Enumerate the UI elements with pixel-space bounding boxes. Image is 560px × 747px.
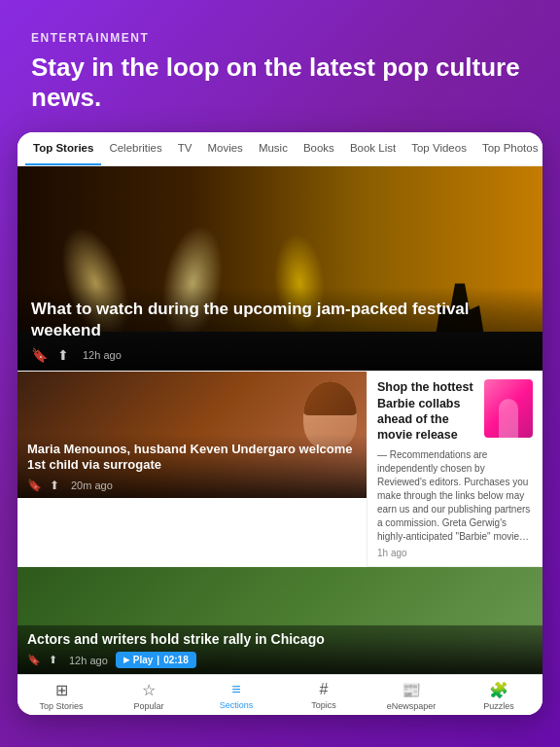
col-left: Maria Menounos, husband Keven Undergaro …: [18, 372, 368, 567]
nav-popular[interactable]: ☆ Popular: [105, 681, 192, 711]
hero-story-title: What to watch during the upcoming jam-pa…: [31, 299, 529, 341]
topics-icon: #: [320, 681, 329, 698]
header-section: ENTERTAINMENT Stay in the loop on the la…: [0, 0, 560, 132]
bookmark-icon-maria[interactable]: 🔖: [27, 479, 42, 492]
puzzles-icon: 🧩: [489, 681, 508, 699]
barbie-time: 1h ago: [377, 548, 533, 558]
nav-top-stories[interactable]: ⊞ Top Stories: [18, 681, 105, 711]
video-duration: |: [157, 655, 159, 665]
top-stories-icon: ⊞: [55, 681, 68, 699]
maria-time: 20m ago: [71, 480, 113, 491]
play-label: Play: [133, 655, 154, 665]
maria-overlay: Maria Menounos, husband Keven Undergaro …: [18, 434, 367, 499]
nav-topics[interactable]: # Topics: [280, 681, 368, 711]
popular-label: Popular: [133, 701, 163, 711]
strike-story[interactable]: Actors and writers hold strike rally in …: [18, 567, 542, 674]
top-stories-label: Top Stories: [39, 701, 83, 711]
tab-tv[interactable]: TV: [170, 132, 200, 165]
popular-icon: ☆: [142, 681, 156, 699]
person-hair: [303, 381, 357, 415]
tab-movies[interactable]: Movies: [199, 132, 250, 165]
col-right: Shop the hottest Barbie collabs ahead of…: [368, 372, 542, 567]
tab-books[interactable]: Books: [296, 132, 342, 165]
two-col-section: Maria Menounos, husband Keven Undergaro …: [18, 371, 542, 567]
hero-time: 12h ago: [83, 349, 122, 361]
maria-story-title: Maria Menounos, husband Keven Undergaro …: [27, 442, 357, 475]
app-card: Top Stories Celebrities TV Movies Music …: [18, 132, 542, 715]
hero-actions: 🔖 ⬆ 12h ago: [31, 347, 529, 363]
puzzles-label: Puzzles: [483, 701, 514, 711]
nav-enewspaper[interactable]: 📰 eNewspaper: [368, 681, 455, 711]
bottom-nav: ⊞ Top Stories ☆ Popular ≡ Sections # Top…: [18, 674, 542, 715]
share-icon[interactable]: ⬆: [57, 347, 69, 363]
share-icon-strike[interactable]: ⬆: [49, 654, 57, 666]
hero-story[interactable]: What to watch during the upcoming jam-pa…: [18, 166, 542, 371]
strike-time: 12h ago: [69, 655, 108, 666]
enewspaper-label: eNewspaper: [387, 701, 437, 711]
nav-puzzles[interactable]: 🧩 Puzzles: [455, 681, 542, 711]
tab-book-list[interactable]: Book List: [342, 132, 403, 165]
tab-celebrities[interactable]: Celebrities: [101, 132, 169, 165]
strike-actions: 🔖 ⬆ 12h ago ▶ Play | 02:18: [27, 652, 533, 668]
tab-top-videos[interactable]: Top Videos: [403, 132, 474, 165]
barbie-description: — Recommendations are independently chos…: [377, 448, 533, 544]
nav-sections[interactable]: ≡ Sections: [192, 681, 280, 711]
maria-actions: 🔖 ⬆ 20m ago: [27, 479, 357, 492]
barbie-story[interactable]: Shop the hottest Barbie collabs ahead of…: [368, 372, 542, 567]
play-icon: ▶: [123, 656, 129, 664]
barbie-header: Shop the hottest Barbie collabs ahead of…: [377, 379, 533, 443]
sections-label: Sections: [220, 700, 254, 710]
enewspaper-icon: 📰: [402, 681, 421, 699]
barbie-person: [499, 399, 518, 438]
video-duration-value: 02:18: [163, 655, 189, 665]
strike-overlay: Actors and writers hold strike rally in …: [18, 622, 542, 674]
tab-music[interactable]: Music: [251, 132, 296, 165]
tab-top-photos[interactable]: Top Photos: [474, 132, 542, 165]
strike-story-title: Actors and writers hold strike rally in …: [27, 630, 533, 648]
share-icon-maria[interactable]: ⬆: [50, 479, 59, 492]
hero-overlay: What to watch during the upcoming jam-pa…: [18, 287, 542, 371]
play-button[interactable]: ▶ Play | 02:18: [116, 652, 196, 668]
tab-top-stories[interactable]: Top Stories: [25, 132, 101, 165]
bookmark-icon-strike[interactable]: 🔖: [27, 654, 41, 666]
bookmark-icon[interactable]: 🔖: [31, 347, 48, 363]
barbie-story-title: Shop the hottest Barbie collabs ahead of…: [377, 379, 476, 443]
page-title: Stay in the loop on the latest pop cultu…: [31, 53, 529, 113]
topics-label: Topics: [311, 700, 336, 710]
nav-tabs: Top Stories Celebrities TV Movies Music …: [18, 132, 542, 166]
maria-story[interactable]: Maria Menounos, husband Keven Undergaro …: [18, 372, 367, 498]
category-label: ENTERTAINMENT: [31, 31, 529, 45]
sections-icon: ≡: [231, 681, 240, 698]
barbie-thumbnail: [484, 379, 533, 438]
